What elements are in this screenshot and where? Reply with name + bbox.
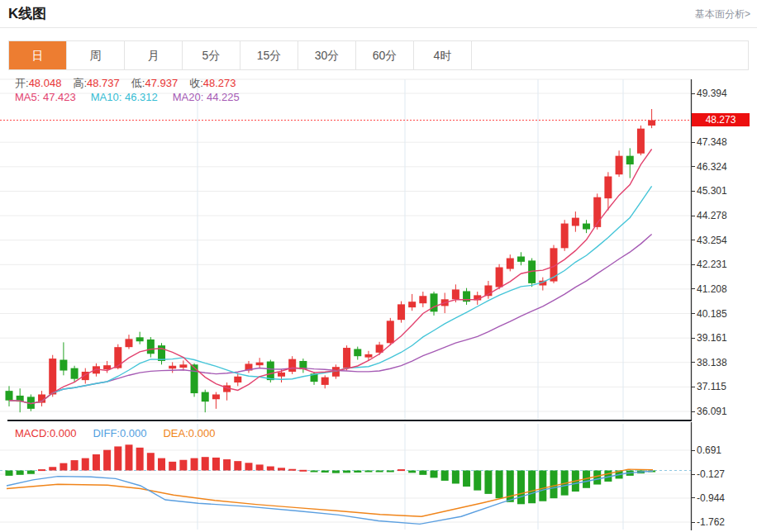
diff-readout: DIFF:0.000 <box>93 427 146 439</box>
macd-bar-up <box>191 458 198 471</box>
macd-bar-down <box>593 471 601 485</box>
axis-tick <box>691 264 695 265</box>
candle-up <box>288 359 296 372</box>
candle-up <box>419 296 426 303</box>
candle-up <box>616 156 623 175</box>
macd-bar-up <box>256 464 264 470</box>
axis-tick <box>691 474 695 475</box>
axis-tick <box>691 522 695 523</box>
axis-tick <box>691 216 695 216</box>
low-value: 47.937 <box>145 77 178 89</box>
header-divider <box>0 27 757 28</box>
candle-up <box>234 377 241 382</box>
page-title: K线图 <box>8 4 46 23</box>
macd-bar-down <box>311 471 318 473</box>
y-axis-label: 39.161 <box>697 332 727 344</box>
macd-bar-down <box>321 471 329 473</box>
candle-up <box>256 363 264 365</box>
macd-bar-up <box>38 469 45 471</box>
macd-bar-down <box>550 471 558 499</box>
macd-axis-label: 0.691 <box>697 444 721 456</box>
y-axis-label: 42.231 <box>697 259 727 270</box>
tab-day[interactable]: 日 <box>9 41 67 69</box>
ma10-readout: MA10: 46.312 <box>91 91 158 103</box>
macd-bar-up <box>179 460 187 471</box>
tab-month[interactable]: 月 <box>125 41 183 69</box>
y-axis-label: 43.254 <box>697 235 727 246</box>
tab-30min[interactable]: 30分 <box>298 41 356 69</box>
y-axis-label: 38.138 <box>697 357 727 368</box>
macd-axis-label: -1.762 <box>697 516 725 528</box>
candle-up <box>125 339 132 347</box>
candle-down <box>136 337 144 341</box>
candle-up <box>364 354 372 358</box>
candle-up <box>278 373 285 377</box>
candle-up <box>561 224 569 249</box>
candle-down <box>6 391 13 401</box>
candle-down <box>583 224 590 230</box>
ma5-readout: MA5: 47.423 <box>15 91 76 103</box>
macd-bar-up <box>212 458 220 471</box>
macd-bar-up <box>245 463 252 470</box>
axis-tick <box>691 411 695 412</box>
candlestick-chart-canvas[interactable] <box>0 73 757 420</box>
axis-tick <box>691 497 695 498</box>
macd-bar-down <box>452 471 459 484</box>
ohlc-info: 开:48.048高:48.737低:47.937收:48.273 <box>15 76 248 91</box>
macd-bar-down <box>364 471 372 473</box>
close-label: 收: <box>189 77 203 89</box>
candle-up <box>398 304 405 320</box>
macd-bar-up <box>278 468 285 470</box>
macd-bar-down <box>484 471 492 494</box>
candle-up <box>496 268 503 287</box>
candle-up <box>637 129 645 154</box>
macd-bar-up <box>223 459 231 470</box>
candle-down <box>517 256 525 261</box>
candle-up <box>648 120 655 126</box>
y-axis-label: 36.091 <box>697 406 727 417</box>
macd-bar-down <box>463 471 470 487</box>
macd-bar-up <box>267 467 274 471</box>
candle-down <box>202 392 209 402</box>
y-axis-label: 46.324 <box>697 161 727 173</box>
y-axis-label: 49.394 <box>697 88 727 99</box>
candle-up <box>387 321 394 343</box>
y-axis-label: 40.185 <box>697 308 727 320</box>
tab-week[interactable]: 周 <box>67 41 125 69</box>
ma-info: MA5: 47.423MA10: 46.312MA20: 44.225 <box>15 91 255 103</box>
tab-5min[interactable]: 5分 <box>183 41 240 69</box>
fundamental-analysis-link[interactable]: 基本面分析> <box>695 7 750 21</box>
low-label: 低: <box>131 77 145 89</box>
tab-15min[interactable]: 15分 <box>240 41 298 69</box>
current-price-tag: 48.273 <box>692 113 750 126</box>
macd-bar-up <box>114 446 121 470</box>
y-axis-label: 44.278 <box>697 210 727 221</box>
close-value: 48.273 <box>203 77 236 89</box>
ma20-readout: MA20: 44.225 <box>173 91 240 103</box>
tab-4hour[interactable]: 4时 <box>414 41 472 69</box>
candle-down <box>626 156 634 164</box>
macd-bar-up <box>234 461 241 470</box>
macd-bar-up <box>202 457 209 470</box>
axis-tick <box>691 450 695 451</box>
macd-bar-up <box>103 450 111 471</box>
y-axis-label: 41.208 <box>697 283 727 295</box>
macd-bar-down <box>332 471 340 473</box>
macd-bar-up <box>299 470 307 472</box>
candle-down <box>71 368 79 379</box>
macd-bar-down <box>419 471 426 475</box>
tab-60min[interactable]: 60分 <box>356 41 414 69</box>
candle-up <box>507 259 514 269</box>
y-axis-label: 37.115 <box>697 381 726 392</box>
high-label: 高: <box>73 77 87 89</box>
macd-bar-down <box>528 471 536 504</box>
axis-tick <box>691 166 695 167</box>
axis-tick <box>691 387 695 387</box>
macd-bar-down <box>474 471 481 491</box>
axis-tick <box>691 362 695 363</box>
macd-bar-up <box>82 458 89 471</box>
candle-up <box>321 378 329 385</box>
axis-tick <box>691 288 695 289</box>
candle-up <box>408 302 416 307</box>
macd-info: MACD:0.000DIFF:0.000DEA:0.000 <box>15 427 231 439</box>
